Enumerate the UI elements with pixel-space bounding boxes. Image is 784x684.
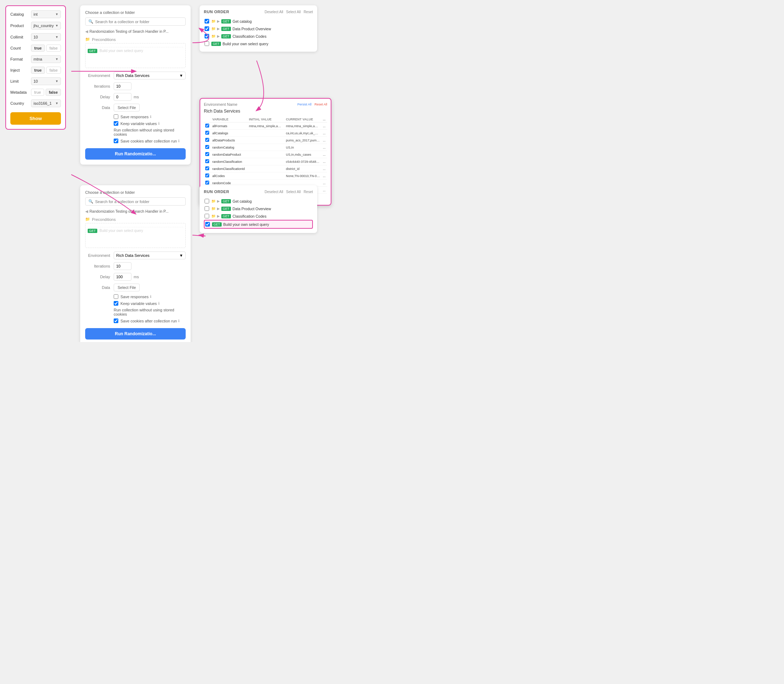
- search-input-bottom[interactable]: [95, 200, 183, 204]
- env-cb-0[interactable]: [205, 124, 209, 127]
- env-cb-3[interactable]: [205, 145, 209, 149]
- env-dots-1[interactable]: ...: [322, 130, 327, 137]
- env-select-bottom[interactable]: Rich Data Services ▼: [114, 252, 186, 259]
- run-cb-bottom-2[interactable]: [205, 214, 209, 218]
- select-all-top[interactable]: Select All: [286, 10, 301, 14]
- run-cb-top-1[interactable]: [205, 26, 209, 31]
- iterations-input-bottom[interactable]: [114, 262, 131, 270]
- get-badge-top-1: GET: [221, 27, 231, 31]
- info-icon-cookies-top: ℹ: [178, 139, 179, 143]
- env-cb-7[interactable]: [205, 174, 209, 177]
- env-dots-3[interactable]: ...: [322, 144, 327, 151]
- env-cb-cell-0[interactable]: [204, 123, 211, 130]
- select-all-bottom[interactable]: Select All: [286, 190, 301, 194]
- deselect-all-top[interactable]: Deselect All: [264, 10, 283, 14]
- save-cookies-cb-top[interactable]: [114, 139, 118, 143]
- delay-input-top[interactable]: [114, 93, 131, 101]
- delay-input-bottom[interactable]: [114, 273, 131, 281]
- persist-all-btn[interactable]: Persist All: [297, 103, 312, 106]
- env-select-top[interactable]: Rich Data Services ▼: [114, 72, 186, 79]
- run-order-panel-top: RUN ORDER Deselect All Select All Reset …: [200, 5, 317, 52]
- format-input[interactable]: mtna ▼: [31, 55, 61, 63]
- env-dots-0[interactable]: ...: [322, 123, 327, 130]
- select-file-btn-bottom[interactable]: Select File: [114, 284, 140, 291]
- inject-true-btn[interactable]: true: [31, 67, 45, 74]
- get-badge-bottom-2: GET: [221, 214, 231, 218]
- run-item-name-bottom-2: Classification Codes: [233, 214, 267, 218]
- folder-icon-top-1: 📁: [211, 27, 216, 31]
- env-cb-5[interactable]: [205, 159, 209, 163]
- env-cb-cell-6[interactable]: [204, 165, 211, 173]
- env-dots-7[interactable]: ...: [322, 173, 327, 179]
- keep-vars-cb-bottom[interactable]: [114, 301, 118, 306]
- save-responses-label-top: Save responses: [120, 115, 149, 119]
- metadata-true-btn[interactable]: true: [31, 89, 44, 96]
- run-cb-top-0[interactable]: [205, 19, 209, 24]
- env-dots-2[interactable]: ...: [322, 137, 327, 144]
- env-dots-5[interactable]: ...: [322, 158, 327, 165]
- run-order-actions-top: Deselect All Select All Reset: [264, 10, 313, 14]
- data-label-top: Data: [85, 105, 114, 110]
- catalog-input[interactable]: int ▼: [31, 10, 61, 18]
- env-dots-8[interactable]: ...: [322, 179, 327, 187]
- folder-icon-bottom-1: 📁: [211, 206, 216, 211]
- collimit-input[interactable]: 10 ▼: [31, 33, 61, 41]
- search-input-top[interactable]: [95, 19, 183, 24]
- env-cb-cell-7[interactable]: [204, 173, 211, 179]
- search-box-bottom[interactable]: 🔍: [85, 197, 186, 206]
- env-dots-4[interactable]: ...: [322, 151, 327, 158]
- folder-item-top[interactable]: ◀ Randomization Testing of Search Handle…: [85, 29, 186, 34]
- env-row-1: allCatalogs ca,int,us,uk,myc,uk_Plus_In …: [204, 130, 327, 137]
- env-dots-6[interactable]: ...: [322, 165, 327, 173]
- run-cb-top-2[interactable]: [205, 34, 209, 39]
- show-button[interactable]: Show: [10, 112, 61, 125]
- catalog-arrow-icon: ▼: [55, 13, 58, 16]
- limit-input[interactable]: 10 ▼: [31, 77, 61, 85]
- country-input[interactable]: iso3166_1 ▼: [31, 99, 61, 107]
- env-cb-cell-5[interactable]: [204, 158, 211, 165]
- iterations-input-top[interactable]: [114, 82, 131, 90]
- search-box-top[interactable]: 🔍: [85, 18, 186, 26]
- metadata-false-btn[interactable]: false: [45, 89, 61, 96]
- run-cb-bottom-3[interactable]: [205, 222, 210, 227]
- env-cb-cell-4[interactable]: [204, 151, 211, 158]
- save-responses-label-bottom: Save responses: [120, 295, 149, 299]
- env-dots-9[interactable]: ...: [322, 187, 327, 194]
- env-cb-cell-2[interactable]: [204, 137, 211, 144]
- middle-panel-bottom: Choose a collection or folder 🔍 ◀ Random…: [80, 185, 191, 342]
- run-item-bottom-0: 📁 ▶ GET Get catalog: [204, 197, 313, 205]
- no-cookies-row-bottom: Run collection without using stored cook…: [85, 308, 186, 316]
- folder-item-bottom[interactable]: ◀ Randomization Testing of Search Handle…: [85, 208, 186, 214]
- run-item-top-0: 📁 ▶ GET Get catalog: [204, 18, 313, 25]
- count-true-btn[interactable]: true: [31, 45, 45, 52]
- inject-false-btn[interactable]: false: [46, 67, 61, 74]
- count-false-btn[interactable]: false: [46, 45, 61, 52]
- run-btn-top[interactable]: Run Randomizatio...: [85, 148, 186, 160]
- env-cb-6[interactable]: [205, 166, 209, 170]
- run-btn-bottom[interactable]: Run Randomizatio...: [85, 328, 186, 339]
- env-cb-8[interactable]: [205, 181, 209, 184]
- run-cb-top-3[interactable]: [205, 41, 209, 46]
- deselect-all-bottom[interactable]: Deselect All: [264, 190, 283, 194]
- save-responses-cb-top[interactable]: [114, 115, 118, 119]
- product-input[interactable]: jhu_country ▼: [31, 22, 61, 29]
- env-cb-1[interactable]: [205, 131, 209, 135]
- save-cookies-cb-bottom[interactable]: [114, 318, 118, 323]
- env-cb-4[interactable]: [205, 152, 209, 156]
- folder-icon-preconditions: 📁: [85, 37, 90, 42]
- keep-vars-cb-top[interactable]: [114, 121, 118, 126]
- env-cb-cell-1[interactable]: [204, 130, 211, 137]
- env-current-0: mtna,mtna_simple,amcharts,g/charts,plotl…: [285, 123, 322, 130]
- save-responses-cb-bottom[interactable]: [114, 294, 118, 299]
- count-row: Count true false: [10, 45, 61, 52]
- reset-top[interactable]: Reset: [304, 10, 313, 14]
- run-cb-bottom-0[interactable]: [205, 199, 209, 203]
- get-badge-top-0: GET: [221, 19, 231, 24]
- env-cb-2[interactable]: [205, 138, 209, 142]
- reset-all-btn[interactable]: Reset All: [314, 103, 327, 106]
- reset-bottom[interactable]: Reset: [304, 190, 313, 194]
- env-cb-cell-3[interactable]: [204, 144, 211, 151]
- run-cb-bottom-1[interactable]: [205, 206, 209, 211]
- select-file-btn-top[interactable]: Select File: [114, 104, 140, 111]
- save-cookies-row-bottom: Save cookies after collection run ℹ: [85, 318, 186, 323]
